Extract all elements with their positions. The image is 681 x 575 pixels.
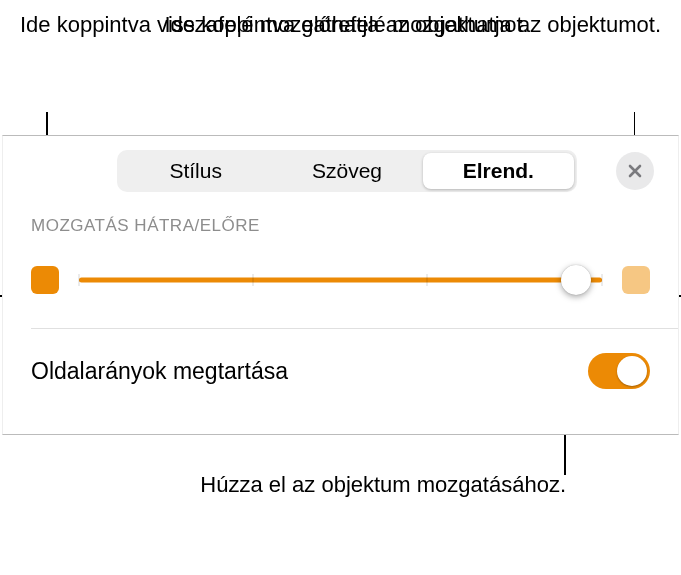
callout-drag: Húzza el az objektum mozgatásához. [200, 470, 566, 500]
layer-order-slider-row [27, 266, 654, 294]
tab-segmented-control: Stílus Szöveg Elrend. [117, 150, 577, 192]
toggle-knob [617, 356, 647, 386]
move-front-button[interactable] [622, 266, 650, 294]
close-icon [627, 163, 643, 179]
slider-tick [252, 274, 254, 286]
format-panel: Stílus Szöveg Elrend. MOZGATÁS HÁTRA/ELŐ… [2, 135, 679, 435]
slider-thumb[interactable] [561, 265, 591, 295]
section-label-move: MOZGATÁS HÁTRA/ELŐRE [31, 216, 654, 236]
constrain-proportions-label: Oldalarányok megtartása [31, 358, 288, 385]
tab-arrange[interactable]: Elrend. [423, 153, 574, 189]
close-button[interactable] [616, 152, 654, 190]
constrain-proportions-row: Oldalarányok megtartása [27, 329, 654, 413]
slider-tick [426, 274, 428, 286]
slider-track-fill [79, 278, 602, 283]
callout-move-front: Ide koppintva előrefelé mozgathatja az o… [164, 10, 661, 40]
move-back-button[interactable] [31, 266, 59, 294]
constrain-proportions-toggle[interactable] [588, 353, 650, 389]
tab-text[interactable]: Szöveg [271, 153, 422, 189]
slider-tick [601, 274, 603, 286]
slider-tick [78, 274, 80, 286]
layer-order-slider[interactable] [79, 266, 602, 294]
panel-header: Stílus Szöveg Elrend. [27, 150, 654, 192]
tab-style[interactable]: Stílus [120, 153, 271, 189]
